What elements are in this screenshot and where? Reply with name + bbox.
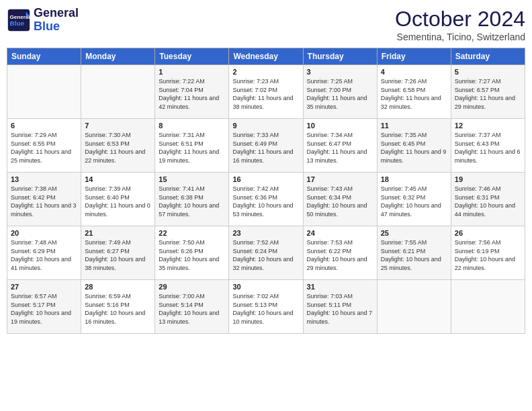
calendar-cell: 27Sunrise: 6:57 AM Sunset: 5:17 PM Dayli… — [7, 280, 81, 334]
day-info: Sunrise: 7:41 AM Sunset: 6:38 PM Dayligh… — [159, 185, 225, 218]
day-info: Sunrise: 6:59 AM Sunset: 5:16 PM Dayligh… — [85, 292, 151, 326]
day-number: 29 — [159, 283, 225, 291]
weekday-header: Thursday — [303, 48, 377, 65]
calendar-week-row: 20Sunrise: 7:48 AM Sunset: 6:29 PM Dayli… — [7, 226, 525, 280]
day-number: 9 — [232, 122, 299, 130]
day-number: 23 — [232, 229, 299, 237]
day-number: 26 — [455, 229, 521, 237]
day-info: Sunrise: 7:31 AM Sunset: 6:51 PM Dayligh… — [159, 131, 225, 165]
day-number: 30 — [232, 283, 299, 291]
day-info: Sunrise: 7:42 AM Sunset: 6:36 PM Dayligh… — [232, 185, 299, 218]
calendar-cell: 20Sunrise: 7:48 AM Sunset: 6:29 PM Dayli… — [7, 226, 81, 280]
calendar-week-row: 27Sunrise: 6:57 AM Sunset: 5:17 PM Dayli… — [7, 280, 525, 334]
day-info: Sunrise: 7:37 AM Sunset: 6:43 PM Dayligh… — [455, 131, 521, 165]
title-block: October 2024 Sementina, Ticino, Switzerl… — [395, 7, 525, 42]
day-info: Sunrise: 7:30 AM Sunset: 6:53 PM Dayligh… — [85, 131, 151, 165]
month-title: October 2024 — [395, 7, 525, 32]
calendar-body: 1Sunrise: 7:22 AM Sunset: 7:04 PM Daylig… — [7, 65, 525, 334]
day-number: 12 — [455, 122, 521, 130]
calendar-cell: 31Sunrise: 7:03 AM Sunset: 5:11 PM Dayli… — [303, 280, 377, 334]
calendar-cell — [81, 65, 155, 119]
day-info: Sunrise: 7:48 AM Sunset: 6:29 PM Dayligh… — [11, 238, 77, 272]
day-number: 18 — [381, 175, 447, 183]
day-number: 16 — [232, 175, 299, 183]
day-number: 20 — [11, 229, 77, 237]
day-info: Sunrise: 7:38 AM Sunset: 6:42 PM Dayligh… — [11, 185, 77, 218]
day-number: 21 — [85, 229, 151, 237]
day-info: Sunrise: 7:43 AM Sunset: 6:34 PM Dayligh… — [307, 185, 373, 218]
calendar-cell: 30Sunrise: 7:02 AM Sunset: 5:13 PM Dayli… — [229, 280, 303, 334]
day-number: 13 — [11, 175, 77, 183]
day-info: Sunrise: 7:45 AM Sunset: 6:32 PM Dayligh… — [381, 185, 447, 218]
day-number: 28 — [85, 283, 151, 291]
day-number: 19 — [455, 175, 521, 183]
day-info: Sunrise: 7:26 AM Sunset: 6:58 PM Dayligh… — [381, 77, 447, 111]
day-number: 1 — [159, 68, 225, 76]
calendar-week-row: 1Sunrise: 7:22 AM Sunset: 7:04 PM Daylig… — [7, 65, 525, 119]
svg-text:Blue: Blue — [10, 19, 25, 27]
logo: General Blue General Blue — [7, 7, 79, 34]
day-info: Sunrise: 7:35 AM Sunset: 6:45 PM Dayligh… — [381, 131, 447, 165]
day-number: 3 — [307, 68, 373, 76]
calendar-cell: 18Sunrise: 7:45 AM Sunset: 6:32 PM Dayli… — [377, 173, 451, 226]
calendar-header-row: SundayMondayTuesdayWednesdayThursdayFrid… — [7, 48, 525, 65]
calendar-cell: 4Sunrise: 7:26 AM Sunset: 6:58 PM Daylig… — [377, 65, 451, 119]
day-info: Sunrise: 7:22 AM Sunset: 7:04 PM Dayligh… — [159, 77, 225, 111]
calendar-cell: 9Sunrise: 7:33 AM Sunset: 6:49 PM Daylig… — [229, 119, 303, 173]
day-info: Sunrise: 6:57 AM Sunset: 5:17 PM Dayligh… — [11, 292, 77, 326]
day-number: 14 — [85, 175, 151, 183]
calendar-cell: 2Sunrise: 7:23 AM Sunset: 7:02 PM Daylig… — [229, 65, 303, 119]
day-info: Sunrise: 7:33 AM Sunset: 6:49 PM Dayligh… — [232, 131, 299, 165]
calendar-cell: 3Sunrise: 7:25 AM Sunset: 7:00 PM Daylig… — [303, 65, 377, 119]
day-info: Sunrise: 7:49 AM Sunset: 6:27 PM Dayligh… — [85, 238, 151, 272]
weekday-header: Monday — [81, 48, 155, 65]
calendar-cell: 8Sunrise: 7:31 AM Sunset: 6:51 PM Daylig… — [155, 119, 229, 173]
calendar-cell: 12Sunrise: 7:37 AM Sunset: 6:43 PM Dayli… — [451, 119, 525, 173]
day-number: 27 — [11, 283, 77, 291]
calendar-cell: 19Sunrise: 7:46 AM Sunset: 6:31 PM Dayli… — [451, 173, 525, 226]
calendar-cell — [7, 65, 81, 119]
calendar-cell: 15Sunrise: 7:41 AM Sunset: 6:38 PM Dayli… — [155, 173, 229, 226]
day-info: Sunrise: 7:29 AM Sunset: 6:55 PM Dayligh… — [11, 131, 77, 165]
logo-icon: General Blue — [7, 8, 31, 32]
day-number: 25 — [381, 229, 447, 237]
weekday-header: Saturday — [451, 48, 525, 65]
day-info: Sunrise: 7:27 AM Sunset: 6:57 PM Dayligh… — [455, 77, 521, 111]
weekday-header: Wednesday — [229, 48, 303, 65]
calendar-week-row: 6Sunrise: 7:29 AM Sunset: 6:55 PM Daylig… — [7, 119, 525, 173]
calendar-cell: 14Sunrise: 7:39 AM Sunset: 6:40 PM Dayli… — [81, 173, 155, 226]
day-info: Sunrise: 7:46 AM Sunset: 6:31 PM Dayligh… — [455, 185, 521, 218]
day-number: 5 — [455, 68, 521, 76]
day-info: Sunrise: 7:55 AM Sunset: 6:21 PM Dayligh… — [381, 238, 447, 272]
calendar-cell: 21Sunrise: 7:49 AM Sunset: 6:27 PM Dayli… — [81, 226, 155, 280]
day-number: 24 — [307, 229, 373, 237]
calendar-cell: 28Sunrise: 6:59 AM Sunset: 5:16 PM Dayli… — [81, 280, 155, 334]
day-number: 2 — [232, 68, 299, 76]
day-number: 31 — [307, 283, 373, 291]
calendar-week-row: 13Sunrise: 7:38 AM Sunset: 6:42 PM Dayli… — [7, 173, 525, 226]
page-header: General Blue General Blue October 2024 S… — [7, 7, 525, 42]
day-number: 11 — [381, 122, 447, 130]
day-number: 7 — [85, 122, 151, 130]
calendar-cell: 22Sunrise: 7:50 AM Sunset: 6:26 PM Dayli… — [155, 226, 229, 280]
day-number: 15 — [159, 175, 225, 183]
calendar-cell: 5Sunrise: 7:27 AM Sunset: 6:57 PM Daylig… — [451, 65, 525, 119]
day-info: Sunrise: 7:52 AM Sunset: 6:24 PM Dayligh… — [232, 238, 299, 272]
day-info: Sunrise: 7:50 AM Sunset: 6:26 PM Dayligh… — [159, 238, 225, 272]
calendar-cell: 26Sunrise: 7:56 AM Sunset: 6:19 PM Dayli… — [451, 226, 525, 280]
calendar-cell: 16Sunrise: 7:42 AM Sunset: 6:36 PM Dayli… — [229, 173, 303, 226]
day-info: Sunrise: 7:34 AM Sunset: 6:47 PM Dayligh… — [307, 131, 373, 165]
calendar-cell: 6Sunrise: 7:29 AM Sunset: 6:55 PM Daylig… — [7, 119, 81, 173]
day-number: 8 — [159, 122, 225, 130]
day-number: 6 — [11, 122, 77, 130]
calendar-cell — [377, 280, 451, 334]
day-info: Sunrise: 7:53 AM Sunset: 6:22 PM Dayligh… — [307, 238, 373, 272]
weekday-header: Tuesday — [155, 48, 229, 65]
day-number: 4 — [381, 68, 447, 76]
calendar-cell: 23Sunrise: 7:52 AM Sunset: 6:24 PM Dayli… — [229, 226, 303, 280]
calendar-cell: 7Sunrise: 7:30 AM Sunset: 6:53 PM Daylig… — [81, 119, 155, 173]
day-number: 17 — [307, 175, 373, 183]
day-info: Sunrise: 7:25 AM Sunset: 7:00 PM Dayligh… — [307, 77, 373, 111]
calendar-table: SundayMondayTuesdayWednesdayThursdayFrid… — [7, 48, 525, 334]
day-number: 22 — [159, 229, 225, 237]
